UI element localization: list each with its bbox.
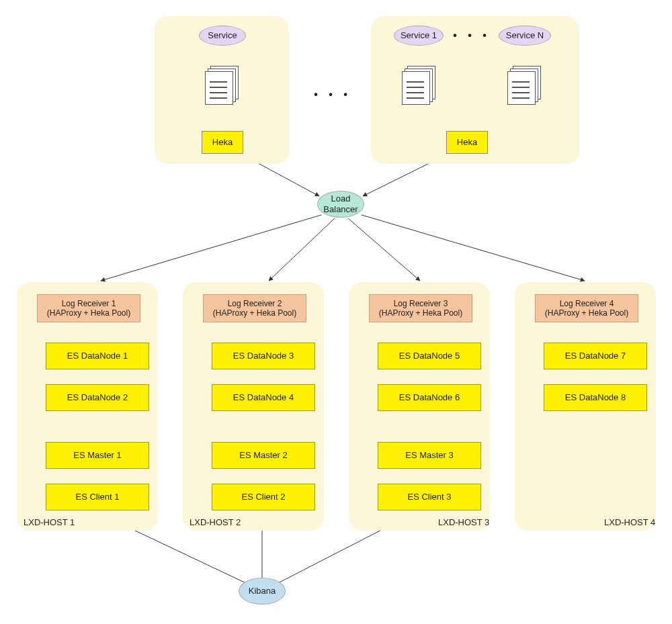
services-ellipsis: • • • [452,28,492,43]
es-client: ES Client 2 [212,484,315,510]
log-receiver-node: Log Receiver 1(HAProxy + Heka Pool) [37,294,140,322]
es-client: ES Client 3 [378,484,481,510]
svg-line-18 [276,524,393,584]
heka-node: Heka [202,131,243,154]
service-node: Service [199,26,246,46]
host-label: LXD-HOST 2 [190,517,241,527]
es-client: ES Client 1 [46,484,149,510]
host-label: LXD-HOST 4 [604,517,655,527]
panels-ellipsis: • • • [309,87,356,102]
es-datanode: ES DataNode 8 [544,384,647,411]
heka-node: Heka [446,131,488,154]
service-1-node: Service 1 [394,26,444,46]
docs-icon [507,66,541,103]
log-receiver-node: Log Receiver 2(HAProxy + Heka Pool) [203,294,306,322]
host-label: LXD-HOST 1 [24,517,75,527]
svg-line-12 [101,215,321,281]
es-datanode: ES DataNode 6 [378,384,481,411]
es-datanode: ES DataNode 4 [212,384,315,411]
docs-icon [205,66,239,103]
es-datanode: ES DataNode 5 [378,343,481,369]
es-master: ES Master 3 [378,442,481,469]
es-master: ES Master 1 [46,442,149,469]
svg-line-15 [362,215,585,281]
es-master: ES Master 2 [212,442,315,469]
es-datanode: ES DataNode 1 [46,343,149,369]
docs-icon [402,66,435,103]
log-receiver-node: Log Receiver 4(HAProxy + Heka Pool) [535,294,638,322]
load-balancer-node: LoadBalancer [317,191,364,218]
kibana-node: Kibana [239,578,286,605]
svg-line-16 [121,524,249,584]
es-datanode: ES DataNode 3 [212,343,315,369]
es-datanode: ES DataNode 7 [544,343,647,369]
svg-line-14 [348,218,420,281]
host-label: LXD-HOST 3 [438,517,489,527]
svg-line-13 [269,218,335,281]
service-n-node: Service N [499,26,551,46]
es-datanode: ES DataNode 2 [46,384,149,411]
log-receiver-node: Log Receiver 3(HAProxy + Heka Pool) [369,294,472,322]
